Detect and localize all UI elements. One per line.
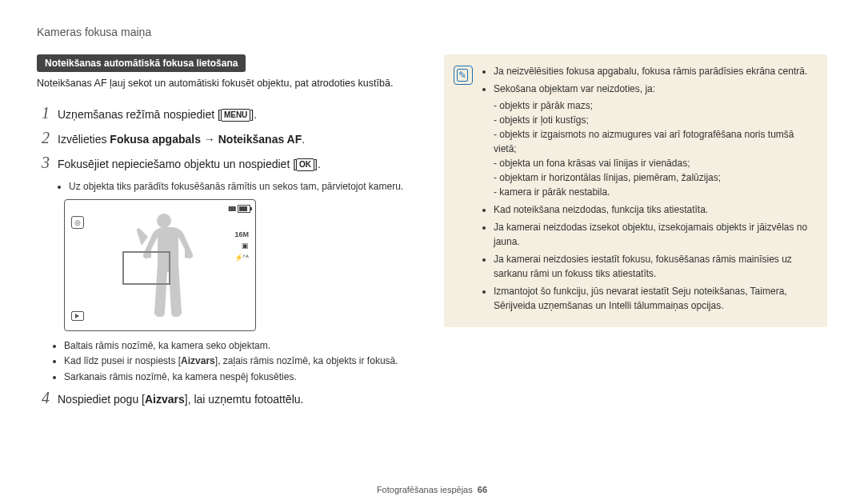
step-text-part: ], lai uzņemtu fotoattēlu.	[185, 393, 304, 406]
step-text: Izvēlieties Fokusa apgabals → Noteikšana…	[58, 131, 305, 147]
metering-badge: ▣	[234, 240, 249, 251]
right-column: Ja neizvēlēsities fokusa apgabalu, fokus…	[444, 54, 827, 327]
step-bold: Aizvars	[145, 393, 185, 406]
step-3: 3 Fokusējiet nepieciešamo objektu un nos…	[37, 154, 420, 172]
note-box: Ja neizvēlēsities fokusa apgabalu, fokus…	[444, 54, 827, 327]
svg-point-0	[157, 214, 171, 228]
note-sublist: objekts ir pārāk mazs; objekts ir ļoti k…	[494, 98, 814, 199]
section-title-pill: Noteikšanas automātiskā fokusa lietošana	[37, 54, 246, 72]
signal-icon: ▮▮▮	[228, 205, 235, 212]
flash-badge: ⚡ᶠᴬ	[234, 252, 249, 263]
step-bold: Fokusa apgabals	[110, 133, 201, 146]
step-number: 1	[37, 104, 50, 122]
list-item: objekts ir izgaismots no aizmugures vai …	[494, 127, 814, 156]
list-item: objekts ir pārāk mazs;	[494, 98, 814, 113]
footer: Fotografēšanas iespējas 66	[0, 485, 864, 494]
list-item: Izmantojot šo funkciju, jūs nevarat iest…	[494, 284, 814, 313]
step-text-part: ].	[250, 108, 257, 121]
step-2: 2 Izvēlieties Fokusa apgabals → Noteikša…	[37, 129, 420, 147]
menu-button-label: MENU	[221, 109, 250, 122]
list-item: kamera ir pārāk nestabila.	[494, 185, 814, 199]
arrow: →	[201, 133, 218, 146]
list-item: objekts ir ļoti kustīgs;	[494, 113, 814, 127]
list-item: Uz objekta tiks parādīts fokusēšanās rām…	[69, 180, 420, 194]
list-item: Sekošana objektam var neizdoties, ja: ob…	[494, 82, 814, 199]
list-item: objektam ir horizontālas līnijas, piemēr…	[494, 170, 814, 185]
step-text-part: Uzņemšanas režīmā nospiediet [	[58, 108, 221, 121]
step-text-part: Izvēlieties	[58, 133, 110, 146]
list-item: Kad līdz pusei ir nospiests [Aizvars], z…	[64, 354, 420, 368]
note-lead: Sekošana objektam var neizdoties, ja:	[494, 83, 655, 94]
list-item: Kad noteikšana neizdodas, funkcija tiks …	[494, 202, 814, 217]
intro-text: Noteikšanas AF ļauj sekot un automātiski…	[37, 77, 420, 91]
step-1: 1 Uzņemšanas režīmā nospiediet [MENU].	[37, 104, 420, 122]
playback-icon	[71, 311, 84, 321]
step-number: 3	[37, 154, 50, 172]
step-text-part: Nospiediet pogu [	[58, 393, 145, 406]
footer-label: Fotografēšanas iespējas	[377, 485, 473, 494]
step-text: Fokusējiet nepieciešamo objektu un nospi…	[58, 156, 321, 172]
list-item: Ja neizvēlēsities fokusa apgabalu, fokus…	[494, 64, 814, 78]
note-icon	[454, 66, 473, 85]
ok-button-label: OK	[296, 158, 314, 171]
battery-icon	[238, 205, 250, 213]
note-list: Ja neizvēlēsities fokusa apgabalu, fokus…	[481, 64, 814, 316]
step-text: Nospiediet pogu [Aizvars], lai uzņemtu f…	[58, 391, 303, 407]
step-text-part: .	[302, 133, 305, 146]
step-number: 2	[37, 129, 50, 147]
list-item: objekta un fona krāsas vai līnijas ir vi…	[494, 156, 814, 170]
focus-frame	[122, 251, 170, 285]
text-part: , zaļais rāmis nozīmē, ka objekts ir fok…	[218, 355, 398, 366]
steps-list: 1 Uzņemšanas režīmā nospiediet [MENU]. 2…	[37, 104, 420, 173]
after-illustration-bullets: Baltais rāmis nozīmē, ka kamera seko obj…	[64, 339, 420, 384]
resolution-badge: 16M	[234, 229, 249, 240]
step-number: 4	[37, 389, 50, 407]
shooting-badges: 16M ▣ ⚡ᶠᴬ	[234, 229, 249, 263]
shutter-bold: Aizvars	[181, 355, 215, 366]
step-text-part: Fokusējiet nepieciešamo objektu un nospi…	[58, 158, 296, 170]
text-part: Kad līdz pusei ir nospiests	[64, 355, 178, 366]
list-item: Baltais rāmis nozīmē, ka kamera seko obj…	[64, 339, 420, 353]
page-number: 66	[478, 485, 487, 494]
status-bar: ▮▮▮	[228, 205, 250, 213]
list-item: Ja kamerai neizdosies iestatīt fokusu, f…	[494, 252, 814, 281]
step-text-part: ].	[314, 158, 321, 170]
steps-list-cont: 4 Nospiediet pogu [Aizvars], lai uzņemtu…	[37, 389, 420, 407]
mode-icon: ◎	[71, 216, 84, 229]
list-item: Ja kamerai neizdodas izsekot objektu, iz…	[494, 220, 814, 249]
left-column: Noteikšanas automātiskā fokusa lietošana…	[37, 54, 420, 415]
camera-screen-illustration: ▮▮▮ ◎ 16M ▣ ⚡ᶠᴬ	[64, 199, 256, 331]
step3-sub-bullets: Uz objekta tiks parādīts fokusēšanās rām…	[69, 180, 420, 194]
step-bold: Noteikšanas AF	[218, 133, 302, 146]
page-header: Kameras fokusa maiņa	[37, 26, 827, 38]
step-text: Uzņemšanas režīmā nospiediet [MENU].	[58, 106, 257, 122]
step-4: 4 Nospiediet pogu [Aizvars], lai uzņemtu…	[37, 389, 420, 407]
list-item: Sarkanais rāmis nozīmē, ka kamera nespēj…	[64, 370, 420, 384]
